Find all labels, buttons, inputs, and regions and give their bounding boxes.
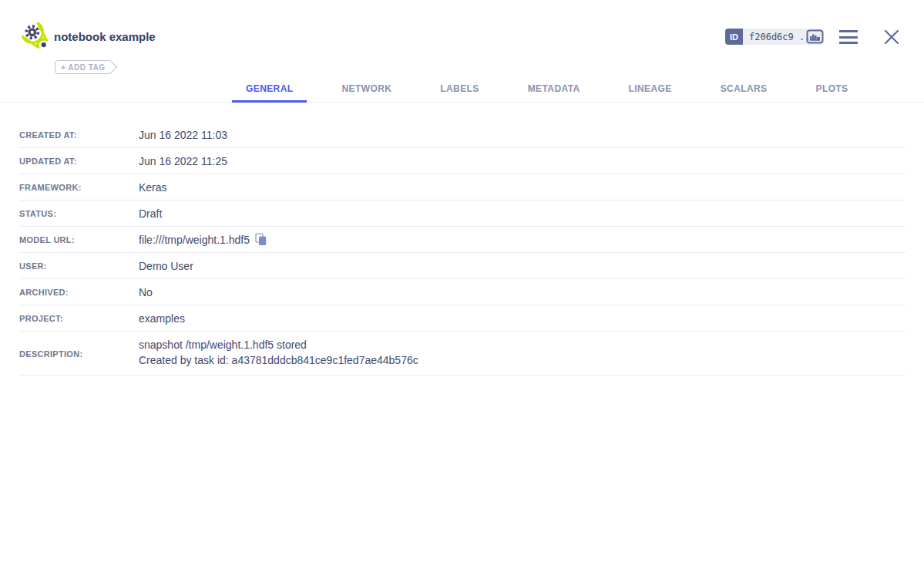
page-title: notebook example [54, 30, 156, 43]
detail-row: CREATED AT: Jun 16 2022 11:03 [19, 122, 906, 148]
detail-value-line: Jun 16 2022 11:25 [139, 153, 227, 169]
detail-label: ARCHIVED: [19, 288, 139, 297]
detail-label: STATUS: [19, 209, 139, 218]
model-gear-icon [18, 20, 52, 54]
detail-value-line: file:///tmp/weight.1.hdf5 [139, 232, 267, 248]
detail-value: Jun 16 2022 11:25 [139, 153, 227, 169]
add-tag-button[interactable]: + ADD TAG [55, 60, 116, 74]
detail-value: file:///tmp/weight.1.hdf5 [139, 232, 267, 248]
detail-row: UPDATED AT: Jun 16 2022 11:25 [19, 148, 906, 174]
detail-row: FRAMEWORK: Keras [19, 174, 906, 201]
detail-value: snapshot /tmp/weight.1.hdf5 storedCreate… [139, 337, 418, 368]
tab-lineage[interactable]: LINEAGE [615, 77, 686, 103]
detail-row: USER: Demo User [19, 253, 906, 279]
detail-value: No [139, 285, 153, 300]
tab-network[interactable]: NETWORK [328, 77, 405, 103]
add-tag-label: + ADD TAG [55, 60, 113, 74]
detail-row: STATUS: Draft [19, 201, 906, 227]
detail-value-line: Draft [139, 206, 162, 221]
copy-to-clipboard-icon[interactable] [255, 233, 267, 246]
detail-row: MODEL URL: file:///tmp/weight.1.hdf5 [19, 227, 906, 253]
detail-value-line: No [139, 285, 153, 300]
tab-general[interactable]: GENERAL [232, 77, 307, 103]
detail-value: Draft [139, 206, 162, 221]
detail-label: FRAMEWORK: [19, 183, 139, 192]
detail-value-line: Keras [139, 180, 167, 195]
tab-scalars[interactable]: SCALARS [707, 77, 781, 103]
general-details-panel: CREATED AT: Jun 16 2022 11:03 UPDATED AT… [0, 103, 924, 376]
detail-value-line: snapshot /tmp/weight.1.hdf5 stored [139, 337, 418, 352]
detail-label: DESCRIPTION: [19, 347, 139, 359]
tab-bar: GENERALNETWORKLABELSMETADATALINEAGESCALA… [232, 77, 862, 103]
detail-label: PROJECT: [19, 314, 139, 323]
detail-value: Keras [139, 180, 167, 195]
detail-row: ARCHIVED: No [19, 279, 906, 305]
detail-value-line: Demo User [139, 258, 193, 274]
hamburger-menu-icon[interactable] [839, 30, 858, 44]
chart-image-icon[interactable] [806, 28, 824, 46]
detail-label: USER: [19, 261, 139, 271]
detail-value: examples [139, 311, 185, 326]
detail-row: DESCRIPTION: snapshot /tmp/weight.1.hdf5… [19, 332, 906, 376]
detail-value: Jun 16 2022 11:03 [139, 127, 227, 143]
model-header: notebook example + ADD TAG ID f206d6c9 .… [0, 0, 924, 103]
tab-plots[interactable]: PLOTS [802, 77, 862, 103]
detail-value-line: examples [139, 311, 185, 326]
detail-label: MODEL URL: [19, 235, 139, 244]
detail-value-line: Created by task id: a43781dddcb841ce9c1f… [139, 352, 418, 368]
detail-value-line: Jun 16 2022 11:03 [139, 127, 227, 143]
detail-label: CREATED AT: [19, 130, 139, 140]
detail-row: PROJECT: examples [19, 305, 906, 332]
detail-label: UPDATED AT: [19, 157, 139, 166]
tab-labels[interactable]: LABELS [426, 77, 492, 103]
tab-metadata[interactable]: METADATA [514, 77, 594, 103]
close-icon[interactable] [882, 27, 902, 47]
id-badge-label: ID [725, 29, 743, 45]
detail-value: Demo User [139, 258, 193, 274]
